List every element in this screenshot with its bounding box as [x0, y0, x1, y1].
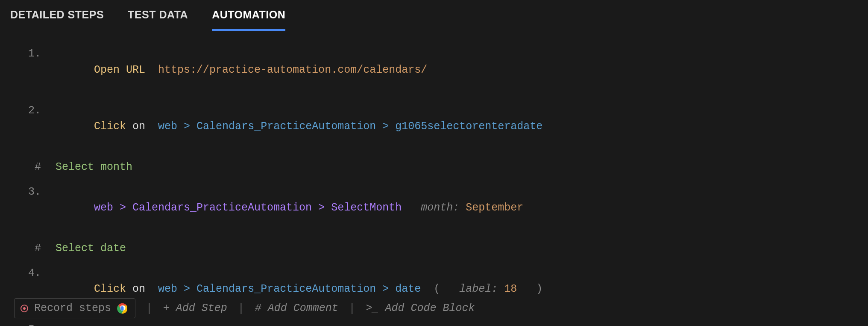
locator-element: SelectMonth [331, 202, 402, 214]
record-icon [21, 305, 28, 312]
divider: | [227, 302, 255, 315]
tab-automation[interactable]: AUTOMATION [212, 9, 285, 31]
divider: | [338, 302, 366, 315]
record-steps-button[interactable]: Record steps [14, 298, 135, 318]
record-label: Record steps [34, 302, 111, 314]
locator-page: Calendars_PracticeAutomation [196, 283, 376, 295]
chrome-icon [117, 303, 127, 314]
add-comment-button[interactable]: # Add Comment [255, 302, 338, 314]
param-value: September [466, 202, 523, 214]
locator-element: date [395, 283, 421, 295]
line-number: 4. [0, 265, 56, 282]
locator-web: web [158, 120, 177, 133]
add-code-block-button[interactable]: >_ Add Code Block [366, 302, 475, 314]
action-keyword: Click [94, 120, 126, 133]
locator-page: Calendars_PracticeAutomation [196, 120, 376, 133]
tab-test-data[interactable]: TEST DATA [128, 9, 188, 31]
divider: | [135, 302, 163, 315]
line-number: 5. [0, 322, 56, 326]
footer-toolbar: Record steps | + Add Step | # Add Commen… [14, 298, 475, 318]
line-number: 1. [0, 46, 56, 62]
locator-page: Calendars_PracticeAutomation [132, 202, 312, 214]
url-value: https://practice-automation.com/calendar… [158, 64, 427, 76]
locator-web: web [158, 283, 177, 295]
svg-point-2 [121, 307, 124, 310]
tab-detailed-steps[interactable]: DETAILED STEPS [10, 9, 104, 31]
locator-web: web [94, 202, 113, 214]
param-key: month: [421, 202, 459, 214]
comment-hash: # [0, 240, 56, 257]
line-number: 2. [0, 103, 56, 119]
comment-text: Select date [56, 242, 126, 255]
comment-line[interactable]: # Select month [0, 155, 868, 180]
locator-element: g1065selectorenteradate [395, 120, 542, 133]
step-line[interactable]: 1. Open URL https://practice-automation.… [0, 41, 868, 98]
param-value: 18 [504, 283, 517, 295]
step-line[interactable]: 2. Click on web > Calendars_PracticeAuto… [0, 98, 868, 155]
step-line[interactable]: 5. Click on web > Calendars_PracticeAuto… [0, 317, 868, 326]
line-number: 3. [0, 184, 56, 200]
step-line[interactable]: 3. web > Calendars_PracticeAutomation > … [0, 180, 868, 237]
add-step-button[interactable]: + Add Step [163, 302, 227, 314]
comment-line[interactable]: # Select date [0, 236, 868, 261]
tab-bar: DETAILED STEPS TEST DATA AUTOMATION [0, 0, 868, 31]
action-keyword: Open URL [94, 64, 145, 76]
paren-close: ) [536, 283, 542, 295]
automation-script: 1. Open URL https://practice-automation.… [0, 31, 868, 326]
param-key: label: [459, 283, 498, 295]
paren-open: ( [434, 283, 440, 295]
action-keyword: Click [94, 283, 126, 295]
comment-hash: # [0, 159, 56, 175]
comment-text: Select month [56, 161, 132, 173]
